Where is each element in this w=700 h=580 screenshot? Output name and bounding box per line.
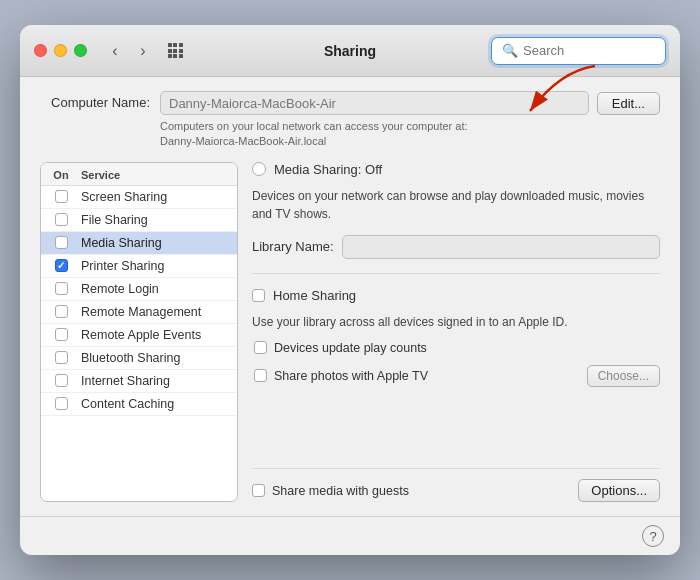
checkbox-content-caching[interactable]	[55, 397, 68, 410]
checkbox-printer-sharing[interactable]	[55, 259, 68, 272]
back-button[interactable]: ‹	[103, 39, 127, 63]
check-cell	[41, 282, 81, 295]
share-guests-label: Share media with guests	[272, 484, 409, 498]
option1-checkbox[interactable]	[254, 341, 267, 354]
service-item-file-sharing[interactable]: File Sharing	[41, 209, 237, 232]
check-cell	[41, 328, 81, 341]
service-item-printer-sharing[interactable]: Printer Sharing	[41, 255, 237, 278]
header-on: On	[41, 169, 81, 181]
search-icon: 🔍	[502, 43, 518, 58]
computer-name-row: Computer Name:	[40, 91, 660, 150]
service-item-bluetooth-sharing[interactable]: Bluetooth Sharing	[41, 347, 237, 370]
checkbox-remote-management[interactable]	[55, 305, 68, 318]
service-name-screen-sharing: Screen Sharing	[81, 190, 237, 204]
checkbox-internet-sharing[interactable]	[55, 374, 68, 387]
options-button[interactable]: Options...	[578, 479, 660, 502]
header-service: Service	[81, 169, 237, 181]
body: Computer Name:	[20, 77, 680, 516]
choose-button[interactable]: Choose...	[587, 365, 660, 387]
services-panel: On Service Screen Sharing File Sharing M…	[40, 162, 238, 502]
traffic-lights	[34, 44, 87, 57]
close-button[interactable]	[34, 44, 47, 57]
main-content: On Service Screen Sharing File Sharing M…	[40, 162, 660, 502]
library-row: Library Name:	[252, 235, 660, 259]
maximize-button[interactable]	[74, 44, 87, 57]
library-name-label: Library Name:	[252, 239, 334, 254]
computer-name-right: Edit... Computers on your local network …	[160, 91, 660, 150]
option-row-1: Devices update play counts	[254, 341, 660, 355]
services-header: On Service	[41, 163, 237, 186]
edit-button[interactable]: Edit...	[597, 92, 660, 115]
service-name-remote-login: Remote Login	[81, 282, 237, 296]
check-cell	[41, 374, 81, 387]
service-item-content-caching[interactable]: Content Caching	[41, 393, 237, 416]
service-item-remote-apple-events[interactable]: Remote Apple Events	[41, 324, 237, 347]
window-title: Sharing	[324, 43, 376, 59]
check-cell	[41, 190, 81, 203]
option2-checkbox[interactable]	[254, 369, 267, 382]
computer-name-input[interactable]	[160, 91, 589, 115]
home-sharing-title: Home Sharing	[273, 288, 356, 303]
checkbox-file-sharing[interactable]	[55, 213, 68, 226]
share-guests-left: Share media with guests	[252, 484, 409, 498]
service-name-file-sharing: File Sharing	[81, 213, 237, 227]
computer-name-input-row: Edit...	[160, 91, 660, 115]
service-name-remote-management: Remote Management	[81, 305, 237, 319]
minimize-button[interactable]	[54, 44, 67, 57]
option-row-2: Share photos with Apple TV Choose...	[254, 365, 660, 387]
checkbox-screen-sharing[interactable]	[55, 190, 68, 203]
service-name-content-caching: Content Caching	[81, 397, 237, 411]
option1-label: Devices update play counts	[274, 341, 427, 355]
library-name-input[interactable]	[342, 235, 660, 259]
service-item-remote-management[interactable]: Remote Management	[41, 301, 237, 324]
media-sharing-title: Media Sharing: Off	[274, 162, 382, 177]
check-cell	[41, 397, 81, 410]
service-name-printer-sharing: Printer Sharing	[81, 259, 237, 273]
service-item-screen-sharing[interactable]: Screen Sharing	[41, 186, 237, 209]
checkbox-media-sharing[interactable]	[55, 236, 68, 249]
forward-button[interactable]: ›	[131, 39, 155, 63]
option2-label: Share photos with Apple TV	[274, 369, 428, 383]
service-item-media-sharing[interactable]: Media Sharing	[41, 232, 237, 255]
checkbox-remote-login[interactable]	[55, 282, 68, 295]
apps-grid-button[interactable]	[163, 39, 187, 63]
media-sharing-description: Devices on your network can browse and p…	[252, 187, 660, 223]
check-cell	[41, 213, 81, 226]
share-guests-checkbox[interactable]	[252, 484, 265, 497]
checkbox-bluetooth-sharing[interactable]	[55, 351, 68, 364]
service-name-bluetooth-sharing: Bluetooth Sharing	[81, 351, 237, 365]
service-name-internet-sharing: Internet Sharing	[81, 374, 237, 388]
home-sharing-description: Use your library across all devices sign…	[252, 313, 660, 331]
search-box[interactable]: 🔍	[491, 37, 666, 65]
check-cell	[41, 351, 81, 364]
computer-name-subtitle: Computers on your local network can acce…	[160, 119, 660, 150]
home-sharing-checkbox[interactable]	[252, 289, 265, 302]
media-sharing-radio[interactable]	[252, 162, 266, 176]
help-button[interactable]: ?	[642, 525, 664, 547]
service-name-remote-apple-events: Remote Apple Events	[81, 328, 237, 342]
home-sharing-row: Home Sharing	[252, 288, 660, 303]
service-item-remote-login[interactable]: Remote Login	[41, 278, 237, 301]
grid-icon	[168, 43, 183, 58]
window: ‹ › Sharing 🔍 Computer Name:	[20, 25, 680, 555]
bottom-bar: ?	[20, 516, 680, 555]
right-panel: Media Sharing: Off Devices on your netwo…	[252, 162, 660, 502]
nav-buttons: ‹ ›	[103, 39, 155, 63]
search-input[interactable]	[523, 43, 655, 58]
service-item-internet-sharing[interactable]: Internet Sharing	[41, 370, 237, 393]
media-sharing-header: Media Sharing: Off	[252, 162, 660, 177]
check-cell	[41, 236, 81, 249]
service-name-media-sharing: Media Sharing	[81, 236, 237, 250]
share-guests-section: Share media with guests Options...	[252, 468, 660, 502]
checkbox-remote-apple-events[interactable]	[55, 328, 68, 341]
titlebar: ‹ › Sharing 🔍	[20, 25, 680, 77]
computer-name-label: Computer Name:	[40, 91, 150, 110]
check-cell	[41, 259, 81, 272]
divider	[252, 273, 660, 274]
check-cell	[41, 305, 81, 318]
